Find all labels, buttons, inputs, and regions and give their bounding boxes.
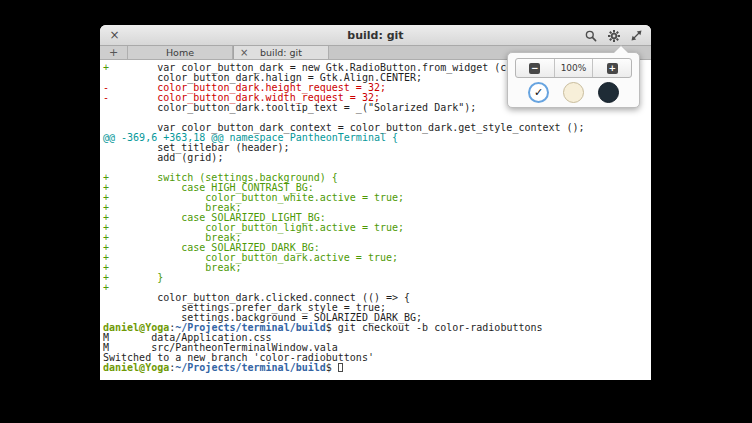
tab-close-button[interactable]: × [240, 46, 248, 59]
header-actions [582, 25, 645, 46]
check-icon: ✓ [534, 86, 543, 99]
terminal-output[interactable]: + var color_button_dark = new Gtk.RadioB… [100, 61, 651, 380]
text-segment: $ git checkout -b color-radiobuttons [326, 322, 543, 333]
search-icon [585, 30, 597, 42]
window-title: build: git [100, 29, 651, 42]
text-segment: + } [103, 272, 163, 283]
search-button[interactable] [582, 27, 599, 44]
solarized-light-theme-button[interactable] [563, 82, 584, 103]
popover-caret-icon [614, 46, 628, 53]
text-segment: add (grid); [103, 152, 223, 163]
zoom-out-icon: − [529, 63, 540, 74]
high-contrast-theme-button[interactable]: ✓ [528, 82, 549, 103]
solarized-dark-theme-button[interactable] [598, 82, 619, 103]
fullscreen-button[interactable] [628, 27, 645, 44]
tab-label: build: git [260, 47, 302, 58]
text-segment: $ [326, 362, 338, 373]
tab-label: Home [166, 47, 194, 58]
zoom-control: − 100% + [515, 58, 632, 78]
terminal-line: daniel@Yoga:~/Projects/terminal/build$ [103, 363, 651, 373]
zoom-out-button[interactable]: − [516, 59, 554, 77]
text-segment: color_button_dark.tooltip_text = _("Sola… [103, 102, 476, 113]
zoom-in-button[interactable]: + [592, 59, 631, 77]
text-segment: ~/Projects/terminal/build [175, 362, 326, 373]
tab-build-git[interactable]: × build: git [233, 46, 329, 59]
text-segment: daniel@Yoga [103, 362, 169, 373]
terminal-cursor [338, 363, 343, 372]
tab-home[interactable]: Home [128, 46, 233, 59]
zoom-in-icon: + [607, 63, 618, 74]
settings-button[interactable] [605, 27, 622, 44]
zoom-level-label: 100% [561, 63, 587, 73]
popover-body: − 100% + ✓ [507, 52, 640, 108]
gear-icon [607, 29, 621, 43]
theme-selector: ✓ [508, 82, 639, 103]
fullscreen-icon [631, 30, 642, 41]
window-close-button[interactable]: × [107, 28, 122, 43]
zoom-level: 100% [554, 59, 593, 77]
new-tab-button[interactable]: + [100, 46, 128, 59]
terminal-line: add (grid); [103, 153, 651, 163]
terminal-line: + } [103, 273, 651, 283]
terminal-line: + break; [103, 263, 651, 273]
headerbar: × build: git [100, 25, 651, 46]
